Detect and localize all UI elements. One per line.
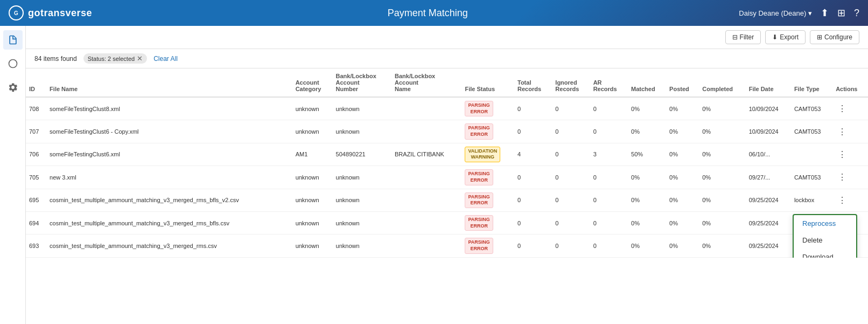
cell-bank-account-number: unknown <box>333 235 391 257</box>
cell-total-records: 0 <box>514 166 552 189</box>
cell-bank-account-number: unknown <box>333 211 391 234</box>
table-row: 693 cosmin_test_multiple_ammount_matchin… <box>26 235 868 257</box>
actions-button[interactable]: ⋮ <box>836 194 849 206</box>
table-row: 705 new 3.xml unknown unknown PARSINGERR… <box>26 166 868 189</box>
cell-file-name: cosmin_test_multiple_ammount_matching_v3… <box>46 189 292 211</box>
export-icon: ⬇ <box>772 33 778 41</box>
cell-completed: 0% <box>699 235 745 257</box>
cell-ignored-records: 0 <box>552 120 590 143</box>
cell-ignored-records: 0 <box>552 235 590 257</box>
col-ar-records: ARRecords <box>590 68 628 97</box>
filter-button[interactable]: ⊟ Filter <box>725 30 761 44</box>
table-header-row: ID File Name AccountCategory Bank/Lockbo… <box>26 68 868 97</box>
context-menu-delete[interactable]: Delete <box>794 232 856 249</box>
cell-file-status: PARSINGERROR <box>461 189 514 211</box>
cell-matched: 0% <box>628 189 666 211</box>
cell-file-name: new 3.xml <box>46 166 292 189</box>
actions-button[interactable]: ⋮ <box>836 102 849 115</box>
grid-icon[interactable]: ⊞ <box>837 7 845 19</box>
cell-bank-account-number: unknown <box>333 166 391 189</box>
sidebar-item-settings[interactable] <box>3 78 23 97</box>
cell-id: 694 <box>26 211 46 234</box>
export-label: Export <box>780 33 799 41</box>
top-navigation: G gotransverse Payment Matching Daisy De… <box>0 0 868 26</box>
cell-account-category: unknown <box>292 97 333 120</box>
cell-ar-records: 0 <box>590 97 628 120</box>
context-menu-reprocess[interactable]: Reprocess <box>794 215 856 232</box>
cell-ignored-records: 0 <box>552 189 590 211</box>
configure-button[interactable]: ⊞ Configure <box>810 30 859 44</box>
cell-account-category: AM1 <box>292 143 333 166</box>
table-row: 706 someFileTestingClust6.xml AM1 504890… <box>26 143 868 166</box>
cell-file-date: 06/10/... <box>746 143 791 166</box>
actions-button[interactable]: ⋮ <box>836 171 849 183</box>
cell-matched: 0% <box>628 235 666 257</box>
actions-button[interactable]: ⋮ <box>836 126 849 138</box>
sidebar-item-documents[interactable] <box>3 30 23 50</box>
filter-bar: 84 items found Status: 2 selected ✕ Clea… <box>26 49 868 68</box>
cell-id: 705 <box>26 166 46 189</box>
cell-account-category: unknown <box>292 211 333 234</box>
cell-matched: 0% <box>628 166 666 189</box>
help-icon[interactable]: ? <box>854 8 859 19</box>
cell-total-records: 0 <box>514 235 552 257</box>
col-file-name: File Name <box>46 68 292 97</box>
clear-all-link[interactable]: Clear All <box>153 55 178 63</box>
status-badge: PARSINGERROR <box>465 192 493 208</box>
cell-posted: 0% <box>666 166 699 189</box>
status-filter-tag[interactable]: Status: 2 selected ✕ <box>83 53 147 64</box>
cell-file-type: CAMT053 <box>791 120 832 143</box>
cell-file-date: 10/09/2024 <box>746 120 791 143</box>
svg-point-0 <box>9 60 17 68</box>
col-ignored-records: IgnoredRecords <box>552 68 590 97</box>
logo-icon: G <box>9 5 24 20</box>
col-bank-account-name: Bank/LockboxAccountName <box>391 68 461 97</box>
cell-actions: ⋮ <box>832 97 868 120</box>
cell-posted: 0% <box>666 143 699 166</box>
cell-id: 707 <box>26 120 46 143</box>
sidebar-item-circle[interactable] <box>3 54 23 73</box>
cell-file-status: PARSINGERROR <box>461 120 514 143</box>
context-menu: Reprocess Delete Download <box>793 214 857 258</box>
filter-label: Filter <box>740 33 754 41</box>
configure-icon: ⊞ <box>817 33 822 41</box>
cell-bank-account-name <box>391 120 461 143</box>
items-count: 84 items found <box>34 55 77 63</box>
cell-ar-records: 0 <box>590 120 628 143</box>
cell-bank-account-number: unknown <box>333 189 391 211</box>
cell-file-type: CAMT053 <box>791 97 832 120</box>
col-matched: Matched <box>628 68 666 97</box>
cell-account-category: unknown <box>292 166 333 189</box>
cell-file-name: someFileTestingClust8.xml <box>46 97 292 120</box>
cell-file-status: PARSINGERROR <box>461 211 514 234</box>
cell-completed: 0% <box>699 166 745 189</box>
export-button[interactable]: ⬇ Export <box>765 30 806 44</box>
context-menu-download[interactable]: Download <box>794 249 856 258</box>
user-menu[interactable]: Daisy Deane (Deane) ▾ <box>739 9 812 17</box>
cell-file-status: VALIDATIONWARNING <box>461 143 514 166</box>
cell-file-status: PARSINGERROR <box>461 97 514 120</box>
sidebar <box>0 26 26 324</box>
status-filter-close[interactable]: ✕ <box>137 54 143 63</box>
cell-matched: 0% <box>628 120 666 143</box>
cell-actions: ⋮ <box>832 120 868 143</box>
status-badge: PARSINGERROR <box>465 238 493 253</box>
cell-file-name: someFileTestingClust6 - Copy.xml <box>46 120 292 143</box>
cell-completed: 0% <box>699 97 745 120</box>
actions-button[interactable]: ⋮ <box>836 148 849 161</box>
cell-ar-records: 0 <box>590 235 628 257</box>
table-row: 707 someFileTestingClust6 - Copy.xml unk… <box>26 120 868 143</box>
upload-icon[interactable]: ⬆ <box>821 7 829 19</box>
status-badge: PARSINGERROR <box>465 101 493 116</box>
status-badge: VALIDATIONWARNING <box>465 147 500 162</box>
cell-matched: 50% <box>628 143 666 166</box>
cell-total-records: 0 <box>514 189 552 211</box>
cell-ignored-records: 0 <box>552 97 590 120</box>
cell-bank-account-name <box>391 235 461 257</box>
cell-actions: ⋮ <box>832 166 868 189</box>
cell-completed: 0% <box>699 143 745 166</box>
cell-bank-account-number: unknown <box>333 97 391 120</box>
cell-account-category: unknown <box>292 189 333 211</box>
cell-ignored-records: 0 <box>552 166 590 189</box>
cell-file-date: 09/25/2024 <box>746 211 791 234</box>
